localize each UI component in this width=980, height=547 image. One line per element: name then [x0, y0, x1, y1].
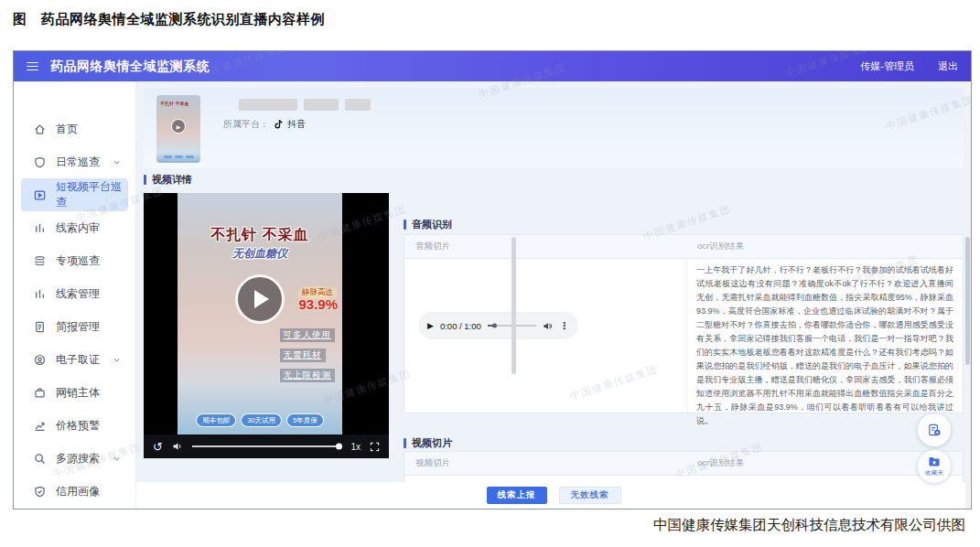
logout-link[interactable]: 退出: [938, 59, 958, 73]
page-scrollbar[interactable]: [965, 81, 970, 509]
sidebar: 首页 日常巡查 短视频平台巡查 线索内审 专项巡查 线索管理: [14, 81, 136, 509]
video-overlay-subtitle: 无创血糖仪: [178, 246, 342, 262]
report-list-fab[interactable]: [918, 413, 951, 446]
figure: 图 药品网络舆情全域监测系统识别直播内容样例 药品网络舆情全域监测系统 传媒-管…: [0, 0, 980, 547]
chevron-down-icon: [113, 158, 121, 166]
column-header-ocr-result: ocr识别结果: [686, 241, 963, 252]
main-area: 不扎针 不采血 ▶ 所属平台： 抖音 视频详情 不扎针 不采血: [136, 81, 971, 509]
sidebar-item-multi-source-search[interactable]: 多源搜索: [14, 442, 135, 475]
evidence-seal-icon: [34, 354, 46, 366]
video-player[interactable]: 不扎针 不采血 无创血糖仪 静脉高达 93.9% 可多人使用 无需耗材 无上限检…: [144, 193, 389, 458]
table-row: ▶ 0:00 / 1:00 ⋮ 一上午我干了好几针，行不行？老板行不行？我参加的…: [404, 259, 963, 413]
section-accent-bar: [144, 175, 146, 185]
scrollbar-thumb[interactable]: [965, 237, 970, 365]
feature-item: 无上限检测: [280, 369, 336, 382]
playback-speed[interactable]: 1x: [350, 442, 361, 452]
search-icon: [34, 453, 46, 465]
sidebar-item-label: 电子取证: [56, 352, 100, 368]
video-icon: [34, 189, 46, 201]
action-bar: 线索上报 无效线索: [136, 482, 971, 509]
user-role-label[interactable]: 传媒-管理员: [860, 59, 914, 73]
figure-title: 图 药品网络舆情全域监测系统识别直播内容样例: [13, 11, 325, 28]
sidebar-item-home[interactable]: 首页: [14, 113, 135, 145]
report-list-icon: [927, 423, 942, 438]
shield-icon: [34, 156, 46, 168]
kebab-menu-icon[interactable]: ⋮: [559, 320, 569, 332]
volume-icon[interactable]: [172, 441, 183, 452]
table-header: 视频切片 ocr识别结果: [404, 452, 963, 476]
sidebar-item-clue-review[interactable]: 线索内审: [14, 211, 135, 244]
sidebar-item-label: 短视频平台巡查: [56, 179, 128, 210]
sidebar-item-briefing-management[interactable]: 简报管理: [14, 310, 135, 343]
sidebar-item-clue-management[interactable]: 线索管理: [14, 277, 135, 310]
sidebar-item-model-management[interactable]: 模型管理: [14, 508, 135, 509]
sidebar-item-credit-portrait[interactable]: 信用画像: [14, 475, 135, 508]
sidebar-item-short-video-patrol[interactable]: 短视频平台巡查: [21, 178, 128, 211]
favorites-label: 收藏夹: [925, 469, 943, 477]
report-clue-button[interactable]: 线索上报: [487, 487, 547, 504]
sidebar-item-label: 多源搜索: [56, 451, 100, 467]
document-icon: [34, 321, 46, 333]
sidebar-item-e-evidence[interactable]: 电子取证: [14, 343, 135, 376]
play-icon: ▶: [171, 119, 186, 134]
platform-name: 抖音: [287, 118, 306, 131]
audio-player[interactable]: ▶ 0:00 / 1:00 ⋮: [418, 312, 578, 339]
chart-bars-icon: [34, 222, 46, 234]
credit-badge-icon: [34, 486, 46, 498]
play-button[interactable]: [235, 274, 285, 324]
video-slice-table: 视频切片 ocr识别结果: [404, 451, 964, 484]
briefcase-icon: [34, 387, 46, 399]
sidebar-item-daily-patrol[interactable]: 日常巡查: [14, 145, 135, 178]
favorites-fab[interactable]: 收藏夹: [918, 450, 951, 483]
sidebar-item-online-sales-entity[interactable]: 网销主体: [14, 376, 135, 409]
sidebar-item-special-patrol[interactable]: 专项巡查: [14, 244, 135, 277]
video-progress-bar[interactable]: [192, 445, 342, 447]
sidebar-item-label: 简报管理: [56, 319, 100, 335]
chart-bars-icon: [34, 288, 46, 300]
video-thumbnail[interactable]: 不扎针 不采血 ▶: [156, 95, 200, 163]
table-header: 音频切片 ocr识别结果: [404, 235, 963, 259]
section-audio-recognition: 音频识别: [404, 218, 452, 231]
hamburger-menu-icon[interactable]: [27, 62, 38, 71]
sidebar-item-label: 首页: [56, 122, 78, 137]
column-header-video-slice: 视频切片: [404, 457, 686, 469]
accuracy-value: 93.9%: [298, 296, 338, 312]
platform-label: 所属平台：: [223, 118, 269, 131]
audio-time: 0:00 / 1:00: [440, 321, 481, 331]
app-header: 药品网络舆情全域监测系统 传媒-管理员 退出: [14, 51, 971, 81]
feature-item: 无需耗材: [280, 349, 326, 362]
promo-badge: 顺丰包邮: [196, 413, 236, 427]
sidebar-item-price-warning[interactable]: 价格预警: [14, 409, 135, 442]
ocr-transcript-text: 一上午我干了好几针，行不行？老板行不行？我参加的试纸看试纸看好试纸老板这边有没有…: [696, 263, 953, 428]
video-frame: 不扎针 不采血 无创血糖仪 静脉高达 93.9% 可多人使用 无需耗材 无上限检…: [178, 193, 342, 434]
feature-list: 可多人使用 无需耗材 无上限检测: [280, 328, 336, 382]
section-video-slice: 视频切片: [404, 436, 452, 450]
feature-item: 可多人使用: [280, 328, 336, 342]
section-title: 音频识别: [412, 218, 452, 231]
sidebar-item-label: 日常巡查: [56, 155, 100, 170]
chevron-down-icon: [113, 455, 121, 463]
ocr-result-cell: 一上午我干了好几针，行不行？老板行不行？我参加的试纸看试纸看好试纸老板这边有没有…: [686, 259, 963, 413]
favorites-folder-icon: [928, 456, 941, 468]
chevron-down-icon: [113, 356, 121, 364]
video-info-card: 不扎针 不采血 ▶ 所属平台： 抖音: [144, 88, 964, 168]
replay-icon[interactable]: ↺: [153, 441, 163, 453]
sidebar-item-label: 信用画像: [56, 484, 100, 499]
promo-badges: 顺丰包邮 30天试用 5年质保: [178, 413, 342, 427]
trend-chart-icon: [34, 420, 46, 432]
play-icon[interactable]: ▶: [427, 321, 434, 330]
section-accent-bar: [404, 438, 406, 448]
progress-handle[interactable]: [336, 444, 342, 450]
home-icon: [34, 123, 46, 135]
invalid-clue-button[interactable]: 无效线索: [559, 487, 621, 504]
audio-slice-cell: ▶ 0:00 / 1:00 ⋮: [404, 259, 686, 413]
video-controls: ↺ 1x: [144, 434, 389, 458]
progress-handle[interactable]: [492, 324, 497, 328]
thumbnail-overlay-text: 不扎针 不采血: [160, 101, 188, 106]
fullscreen-icon[interactable]: [370, 442, 380, 452]
app-title: 药品网络舆情全域监测系统: [50, 59, 210, 75]
promo-badge: 30天试用: [241, 413, 282, 427]
panel-scrollbar[interactable]: [512, 237, 516, 374]
promo-badge: 5年质保: [286, 413, 324, 427]
volume-icon[interactable]: [543, 321, 553, 331]
